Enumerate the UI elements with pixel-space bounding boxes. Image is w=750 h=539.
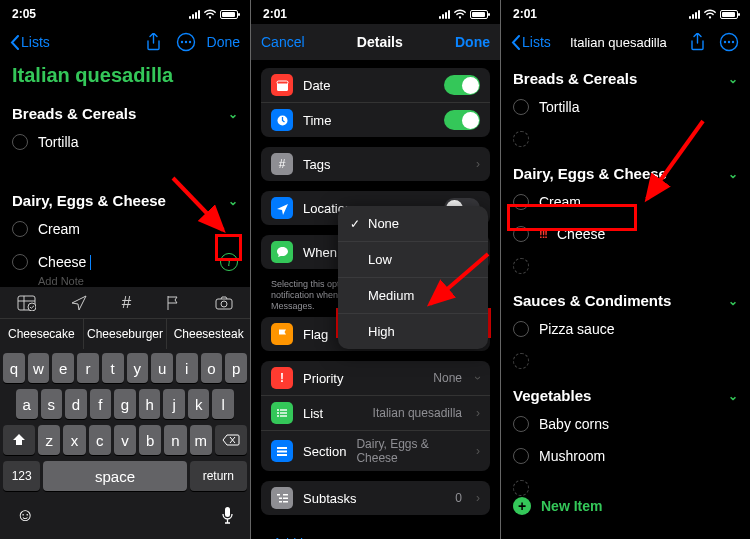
key-x[interactable]: x bbox=[63, 425, 85, 455]
done-button[interactable]: Done bbox=[455, 34, 490, 50]
backspace-key[interactable] bbox=[215, 425, 247, 455]
key-a[interactable]: a bbox=[16, 389, 38, 419]
emoji-key[interactable]: ☺ bbox=[16, 505, 34, 526]
svg-rect-26 bbox=[279, 501, 282, 503]
key-o[interactable]: o bbox=[201, 353, 223, 383]
new-item-button[interactable]: + New Item bbox=[501, 487, 750, 525]
key-e[interactable]: e bbox=[52, 353, 74, 383]
numbers-key[interactable]: 123 bbox=[3, 461, 40, 491]
back-button[interactable]: Lists bbox=[511, 34, 551, 50]
chevron-right-icon: › bbox=[476, 157, 480, 171]
svg-point-17 bbox=[277, 412, 279, 414]
key-f[interactable]: f bbox=[90, 389, 112, 419]
location-icon[interactable] bbox=[71, 295, 87, 311]
done-button[interactable]: Done bbox=[207, 34, 240, 50]
key-z[interactable]: z bbox=[38, 425, 60, 455]
radio-icon[interactable] bbox=[513, 416, 529, 432]
radio-icon[interactable] bbox=[12, 221, 28, 237]
subtasks-cell[interactable]: Subtasks 0 › bbox=[261, 481, 490, 515]
key-i[interactable]: i bbox=[176, 353, 198, 383]
share-icon[interactable] bbox=[686, 31, 708, 53]
flag-icon bbox=[271, 323, 293, 345]
toggle[interactable] bbox=[444, 110, 480, 130]
suggestion[interactable]: Cheesecake bbox=[0, 319, 84, 349]
list-item-empty[interactable] bbox=[501, 345, 750, 377]
ghost-radio-icon bbox=[513, 131, 529, 147]
tags-cell[interactable]: # Tags › bbox=[261, 147, 490, 181]
radio-icon[interactable] bbox=[12, 254, 28, 270]
list-cell[interactable]: List Italian quesadilla › bbox=[261, 395, 490, 430]
list-item-editing[interactable]: Cheese i bbox=[0, 245, 250, 279]
radio-icon[interactable] bbox=[12, 134, 28, 150]
section-header-veg[interactable]: Vegetables ⌄ bbox=[501, 377, 750, 408]
list-item[interactable]: Tortilla bbox=[501, 91, 750, 123]
key-l[interactable]: l bbox=[212, 389, 234, 419]
svg-line-30 bbox=[430, 254, 488, 304]
back-button[interactable]: Lists bbox=[10, 34, 50, 50]
key-u[interactable]: u bbox=[151, 353, 173, 383]
return-key[interactable]: return bbox=[190, 461, 247, 491]
section-cell[interactable]: Section Dairy, Eggs & Cheese › bbox=[261, 430, 490, 471]
svg-point-10 bbox=[221, 301, 227, 307]
section-header-breads[interactable]: Breads & Cereals ⌄ bbox=[0, 95, 250, 126]
key-j[interactable]: j bbox=[163, 389, 185, 419]
key-b[interactable]: b bbox=[139, 425, 161, 455]
key-r[interactable]: r bbox=[77, 353, 99, 383]
cancel-button[interactable]: Cancel bbox=[261, 34, 305, 50]
hash-icon[interactable]: # bbox=[122, 293, 131, 313]
camera-icon[interactable] bbox=[215, 296, 233, 310]
section-header-breads[interactable]: Breads & Cereals ⌄ bbox=[501, 60, 750, 91]
keyboard[interactable]: # Cheesecake Cheeseburger Cheesesteak qw… bbox=[0, 287, 250, 539]
more-icon[interactable] bbox=[175, 31, 197, 53]
key-p[interactable]: p bbox=[225, 353, 247, 383]
share-icon[interactable] bbox=[143, 31, 165, 53]
key-n[interactable]: n bbox=[164, 425, 186, 455]
radio-icon[interactable] bbox=[513, 448, 529, 464]
mic-key[interactable] bbox=[221, 506, 234, 525]
list-item[interactable]: Pizza sauce bbox=[501, 313, 750, 345]
key-k[interactable]: k bbox=[188, 389, 210, 419]
chevron-left-icon bbox=[10, 35, 19, 50]
key-c[interactable]: c bbox=[89, 425, 111, 455]
popup-option-none[interactable]: ✓None bbox=[338, 206, 488, 241]
section-header-dairy[interactable]: Dairy, Eggs & Cheese ⌄ bbox=[501, 155, 750, 186]
nav-bar: Lists Italian quesadilla bbox=[501, 24, 750, 60]
key-g[interactable]: g bbox=[114, 389, 136, 419]
radio-icon[interactable] bbox=[513, 99, 529, 115]
suggestion[interactable]: Cheesesteak bbox=[167, 319, 250, 349]
key-y[interactable]: y bbox=[127, 353, 149, 383]
suggestion[interactable]: Cheeseburger bbox=[84, 319, 168, 349]
list-item-empty[interactable] bbox=[501, 250, 750, 282]
time-cell[interactable]: Time bbox=[261, 102, 490, 137]
list-item[interactable]: Mushroom bbox=[501, 440, 750, 472]
list-item[interactable]: Baby corns bbox=[501, 408, 750, 440]
list-item[interactable]: Tortilla bbox=[0, 126, 250, 158]
section-header-sauces[interactable]: Sauces & Condiments ⌄ bbox=[501, 282, 750, 313]
nav-bar: Cancel Details Done bbox=[251, 24, 500, 60]
key-v[interactable]: v bbox=[114, 425, 136, 455]
key-s[interactable]: s bbox=[41, 389, 63, 419]
shift-key[interactable] bbox=[3, 425, 35, 455]
key-w[interactable]: w bbox=[28, 353, 50, 383]
add-image-button[interactable]: Add Image bbox=[261, 525, 490, 539]
priority-cell[interactable]: ! Priority None › bbox=[261, 361, 490, 395]
radio-icon[interactable] bbox=[513, 321, 529, 337]
popup-option-high[interactable]: High bbox=[338, 313, 488, 349]
key-d[interactable]: d bbox=[65, 389, 87, 419]
flag-icon[interactable] bbox=[166, 295, 180, 311]
key-h[interactable]: h bbox=[139, 389, 161, 419]
toggle[interactable] bbox=[444, 75, 480, 95]
table-icon[interactable] bbox=[17, 295, 36, 311]
key-t[interactable]: t bbox=[102, 353, 124, 383]
svg-point-15 bbox=[277, 409, 279, 411]
svg-rect-23 bbox=[277, 454, 287, 456]
svg-rect-21 bbox=[277, 447, 287, 449]
priority-icon: ! bbox=[271, 367, 293, 389]
more-icon[interactable] bbox=[718, 31, 740, 53]
subtasks-icon bbox=[271, 487, 293, 509]
list-item-empty[interactable] bbox=[501, 123, 750, 155]
date-cell[interactable]: Date bbox=[261, 68, 490, 102]
key-q[interactable]: q bbox=[3, 353, 25, 383]
key-m[interactable]: m bbox=[190, 425, 212, 455]
space-key[interactable]: space bbox=[43, 461, 186, 491]
